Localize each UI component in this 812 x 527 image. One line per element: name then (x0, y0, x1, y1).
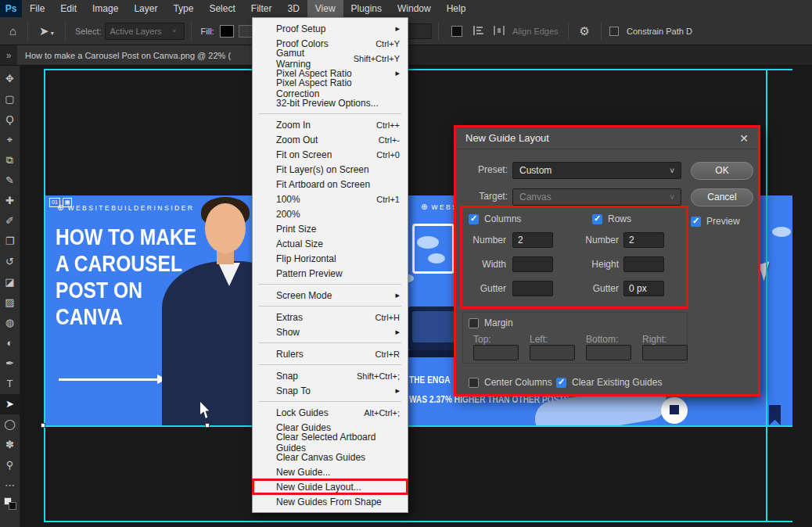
history-brush-tool-icon[interactable]: ↺ (0, 252, 20, 272)
submenu-arrow-icon: ▸ (395, 23, 400, 34)
menu-item-filter[interactable]: Filter (243, 0, 280, 17)
view-menu-item-actual-size[interactable]: Actual Size (253, 236, 408, 251)
toolbar-collapse-chevron-icon[interactable]: » (0, 45, 17, 65)
view-menu-item-200[interactable]: 200% (253, 206, 408, 221)
menu-item-help[interactable]: Help (439, 0, 474, 17)
view-menu-item-lock-guides[interactable]: Lock GuidesAlt+Ctrl+; (253, 405, 408, 420)
more-tools-icon[interactable]: ⋯ (0, 475, 20, 496)
lasso-tool-icon[interactable]: Ϙ (0, 109, 20, 130)
rows-checkbox[interactable] (592, 214, 602, 224)
view-menu-item-fit-artboard-on-screen[interactable]: Fit Artboard on Screen (253, 177, 408, 192)
eraser-tool-icon[interactable]: ◪ (0, 272, 20, 292)
transform-handle[interactable] (205, 423, 210, 428)
view-menu-item-new-guides-from-shape[interactable]: New Guides From Shape (253, 494, 408, 509)
view-menu-item-zoom-in[interactable]: Zoom InCtrl++ (253, 117, 408, 132)
rows-gutter-field[interactable]: 0 px (623, 281, 664, 296)
path-selection-tool-icon[interactable]: ➤ (0, 394, 20, 414)
shape-tool-icon[interactable]: ◯ (0, 414, 20, 435)
document-tab[interactable]: How to make a Carousel Post on Canva.png… (17, 45, 269, 65)
rows-number-label: Number (578, 235, 619, 246)
view-menu-item-clear-selected-artboard-guides[interactable]: Clear Selected Artboard Guides (253, 435, 408, 450)
move-tool-icon[interactable]: ✥ (0, 69, 20, 89)
menu-item-layer[interactable]: Layer (126, 0, 165, 17)
path-operations-icon[interactable] (451, 26, 462, 37)
view-menu-item-gamut-warning[interactable]: Gamut WarningShift+Ctrl+Y (253, 51, 408, 66)
stat-text-line1: THE ENGA (409, 375, 451, 385)
hand-tool-icon[interactable]: ✽ (0, 435, 20, 455)
view-menu-item-pattern-preview[interactable]: Pattern Preview (253, 266, 408, 281)
marquee-tool-icon[interactable]: ▢ (0, 89, 20, 109)
fill-swatch[interactable] (220, 25, 234, 38)
margin-label: Margin (484, 317, 513, 328)
zoom-tool-icon[interactable]: ⚲ (0, 455, 20, 475)
view-menu-item-snap[interactable]: SnapShift+Ctrl+; (253, 368, 408, 383)
tool-preset-arrow-icon[interactable]: ➤ ▾ (39, 24, 54, 38)
view-menu-item-fit-layer-s-on-screen[interactable]: Fit Layer(s) on Screen (253, 162, 408, 177)
menu-item-type[interactable]: Type (165, 0, 201, 17)
brush-tool-icon[interactable]: ✐ (0, 211, 20, 231)
center-columns-checkbox[interactable] (469, 378, 479, 388)
view-menu-item-proof-setup[interactable]: Proof Setup▸ (253, 21, 408, 36)
view-menu-item-rulers[interactable]: RulersCtrl+R (253, 346, 408, 361)
eyedropper-tool-icon[interactable]: ✎ (0, 170, 20, 191)
rows-number-field[interactable]: 2 (623, 232, 664, 248)
home-icon[interactable]: ⌂ (9, 24, 16, 38)
cloud-illustration (417, 236, 439, 249)
menu-bar: Ps FileEditImageLayerTypeSelectFilter3DV… (0, 0, 812, 17)
view-menu-item-100[interactable]: 100%Ctrl+1 (253, 192, 408, 206)
rows-option: Rows (592, 213, 631, 224)
align-icon[interactable] (473, 24, 484, 38)
preset-dropdown[interactable]: Custom˅ (512, 162, 681, 179)
healing-brush-tool-icon[interactable]: ✚ (0, 191, 20, 211)
close-icon[interactable]: ✕ (739, 132, 749, 145)
view-menu-item-zoom-out[interactable]: Zoom OutCtrl+- (253, 132, 408, 147)
menu-shortcut: Shift+Ctrl+Y (354, 54, 400, 63)
menu-item-plugins[interactable]: Plugins (343, 0, 390, 17)
gear-icon[interactable]: ⚙ (580, 24, 590, 38)
foreground-background-swatches-icon[interactable] (4, 497, 16, 510)
stroke-swatch[interactable] (239, 25, 253, 38)
clone-stamp-tool-icon[interactable]: ❐ (0, 231, 20, 252)
view-menu-item-extras[interactable]: ExtrasCtrl+H (253, 310, 408, 324)
view-menu-item-fit-on-screen[interactable]: Fit on ScreenCtrl+0 (253, 147, 408, 162)
margin-checkbox[interactable] (469, 318, 479, 328)
distribute-icon[interactable] (494, 24, 505, 38)
view-menu-item-flip-horizontal[interactable]: Flip Horizontal (253, 251, 408, 266)
menu-item-select[interactable]: Select (201, 0, 243, 17)
view-menu-item-snap-to[interactable]: Snap To▸ (253, 383, 408, 398)
columns-gutter-field[interactable] (512, 281, 553, 296)
constrain-path-checkbox[interactable] (609, 27, 619, 36)
menu-item-label: Fit on Screen (276, 149, 332, 160)
columns-number-field[interactable]: 2 (512, 232, 553, 248)
columns-width-field[interactable] (512, 256, 553, 272)
clear-existing-guides-checkbox[interactable] (556, 378, 566, 388)
view-menu-item-new-guide-layout[interactable]: New Guide Layout... (253, 479, 408, 494)
type-tool-icon[interactable]: T (0, 374, 20, 394)
columns-checkbox[interactable] (469, 214, 479, 224)
menu-item-3d[interactable]: 3D (279, 0, 307, 17)
blur-tool-icon[interactable]: ◍ (0, 313, 20, 333)
view-menu-item-new-guide[interactable]: New Guide... (253, 464, 408, 479)
menu-item-file[interactable]: File (22, 0, 52, 17)
transform-handle[interactable] (41, 423, 45, 428)
menu-item-edit[interactable]: Edit (52, 0, 84, 17)
crop-tool-icon[interactable]: ⧉ (0, 150, 20, 170)
pen-tool-icon[interactable]: ✒ (0, 353, 20, 374)
menu-item-window[interactable]: Window (390, 0, 439, 17)
view-menu-item-print-size[interactable]: Print Size (253, 221, 408, 236)
view-menu-item-show[interactable]: Show▸ (253, 324, 408, 339)
dodge-tool-icon[interactable]: ◐ (0, 333, 20, 353)
rows-height-label: Height (578, 259, 619, 270)
gradient-tool-icon[interactable]: ▨ (0, 292, 20, 313)
ok-button[interactable]: OK (691, 162, 753, 180)
rows-height-field[interactable] (623, 256, 664, 272)
menu-item-label: Pixel Aspect Ratio Correction (276, 77, 387, 99)
view-menu-item-pixel-aspect-ratio-correction[interactable]: Pixel Aspect Ratio Correction (253, 81, 408, 95)
preview-checkbox[interactable] (691, 217, 701, 227)
select-mode-dropdown[interactable]: Active Layers˅ (105, 23, 185, 40)
object-selection-tool-icon[interactable]: ⌖ (0, 130, 20, 150)
cancel-button[interactable]: Cancel (691, 188, 753, 206)
view-menu-item-screen-mode[interactable]: Screen Mode▸ (253, 288, 408, 303)
menu-item-image[interactable]: Image (84, 0, 126, 17)
menu-item-view[interactable]: View (307, 0, 343, 17)
